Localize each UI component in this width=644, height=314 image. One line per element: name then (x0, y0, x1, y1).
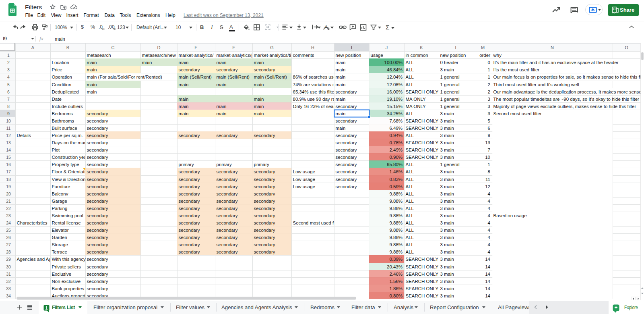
svg-text:G: G (270, 45, 274, 50)
svg-text:secondary: secondary (87, 184, 108, 189)
svg-text:3 main: 3 main (440, 111, 454, 116)
svg-text:3: 3 (488, 111, 490, 116)
svg-text:comments: comments (293, 53, 314, 58)
svg-text:secondary: secondary (254, 177, 275, 182)
svg-text:5: 5 (488, 119, 490, 123)
svg-text:34.25%: 34.25% (387, 111, 402, 116)
svg-text:main: main (336, 111, 346, 116)
svg-text:ALL: ALL (406, 177, 414, 182)
svg-text:3 main: 3 main (440, 177, 454, 182)
svg-text:1 general: 1 general (440, 162, 460, 167)
svg-text:23: 23 (6, 213, 11, 218)
svg-text:H: H (311, 45, 314, 50)
svg-text:main: main (254, 60, 264, 65)
svg-text:SEARCH ONLY: SEARCH ONLY (406, 155, 439, 160)
svg-text:secondary: secondary (336, 104, 357, 109)
svg-text:12.04%: 12.04% (387, 75, 402, 79)
svg-text:secondary: secondary (179, 213, 200, 218)
svg-text:secondary: secondary (87, 126, 108, 131)
svg-text:main: main (217, 104, 227, 109)
svg-text:secondary: secondary (217, 67, 238, 72)
svg-text:secondary: secondary (87, 155, 108, 160)
svg-text:Low usage: Low usage (293, 177, 316, 182)
svg-text:ALL: ALL (406, 75, 414, 79)
svg-text:SEARCH ONLY: SEARCH ONLY (406, 89, 439, 94)
svg-text:secondary: secondary (336, 89, 357, 94)
svg-text:SEARCH ONLY: SEARCH ONLY (406, 126, 439, 131)
svg-text:0.78%: 0.78% (389, 140, 402, 145)
svg-text:4: 4 (488, 220, 491, 225)
svg-text:Details: Details (17, 133, 31, 138)
svg-text:secondary: secondary (217, 250, 238, 254)
svg-text:main: main (179, 111, 189, 116)
svg-text:SEARCH ONLY: SEARCH ONLY (406, 119, 439, 123)
svg-text:SEARCH ONLY: SEARCH ONLY (406, 264, 439, 269)
svg-text:Low usage: Low usage (293, 169, 316, 174)
svg-text:secondary: secondary (217, 169, 238, 174)
svg-text:secondary: secondary (336, 184, 357, 189)
svg-text:Bank properties: Bank properties (52, 286, 85, 291)
svg-text:secondary: secondary (254, 213, 275, 218)
svg-text:main (Sell/Rent): main (Sell/Rent) (217, 75, 250, 79)
svg-text:main (Sell/Rent): main (Sell/Rent) (254, 75, 287, 79)
svg-text:15: 15 (6, 155, 11, 160)
svg-text:4: 4 (7, 75, 10, 79)
svg-text:1.86%: 1.86% (389, 286, 402, 291)
svg-text:secondary: secondary (179, 67, 200, 72)
svg-text:9.88%: 9.88% (389, 228, 402, 233)
svg-text:It's the main filter and it ha: It's the main filter and it has an exclu… (493, 60, 619, 65)
svg-text:10: 10 (6, 119, 11, 123)
svg-text:4: 4 (488, 191, 491, 196)
svg-text:3 main: 3 main (440, 235, 454, 240)
svg-text:9.88%: 9.88% (389, 199, 402, 204)
svg-text:13: 13 (485, 140, 490, 145)
svg-text:100.00%: 100.00% (384, 60, 402, 65)
svg-text:3 main: 3 main (440, 228, 454, 233)
svg-text:main: main (336, 67, 346, 72)
svg-text:3 main: 3 main (440, 257, 454, 262)
svg-text:in common: in common (406, 53, 428, 58)
svg-text:secondary: secondary (217, 177, 238, 182)
svg-text:3 main: 3 main (440, 213, 454, 218)
svg-text:main: main (254, 82, 264, 87)
svg-text:secondary: secondary (87, 272, 108, 277)
svg-text:7: 7 (7, 97, 10, 102)
svg-text:ALL: ALL (406, 162, 414, 167)
svg-text:secondary: secondary (254, 242, 275, 247)
svg-text:main: main (254, 111, 264, 116)
svg-text:secondary: secondary (217, 191, 238, 196)
svg-text:secondary: secondary (336, 148, 357, 152)
svg-text:secondary: secondary (254, 228, 275, 233)
svg-text:3 main: 3 main (440, 293, 454, 298)
svg-text:main: main (87, 67, 97, 72)
svg-text:secondary: secondary (179, 133, 200, 138)
svg-text:9.88%: 9.88% (389, 206, 402, 211)
svg-text:20.43%: 20.43% (387, 264, 402, 269)
svg-text:24: 24 (6, 220, 11, 225)
svg-text:3 main: 3 main (440, 148, 454, 152)
svg-text:19: 19 (6, 184, 11, 189)
svg-text:metasearch/new: metasearch/new (142, 53, 176, 58)
svg-text:secondary: secondary (87, 286, 108, 291)
svg-text:3: 3 (488, 97, 490, 102)
svg-text:Balcony: Balcony (52, 191, 68, 196)
svg-text:Exclusive: Exclusive (52, 272, 72, 277)
svg-text:secondary: secondary (179, 250, 200, 254)
svg-text:Rental license: Rental license (52, 220, 81, 225)
svg-text:9.88%: 9.88% (389, 220, 402, 225)
svg-text:secondary: secondary (179, 206, 200, 211)
svg-text:0 header: 0 header (440, 60, 459, 65)
svg-text:3 main: 3 main (440, 264, 454, 269)
svg-text:main: main (336, 75, 346, 79)
svg-text:secondary: secondary (179, 169, 200, 174)
svg-text:3 main: 3 main (440, 140, 454, 145)
svg-text:secondary: secondary (254, 184, 275, 189)
svg-text:15.15%: 15.15% (387, 104, 402, 109)
svg-text:secondary: secondary (179, 191, 200, 196)
svg-text:secondary: secondary (179, 184, 200, 189)
svg-text:main: main (336, 97, 346, 102)
svg-text:20: 20 (6, 191, 11, 196)
svg-text:O: O (625, 45, 628, 50)
svg-text:Date: Date (52, 97, 62, 102)
svg-text:N: N (551, 45, 554, 50)
